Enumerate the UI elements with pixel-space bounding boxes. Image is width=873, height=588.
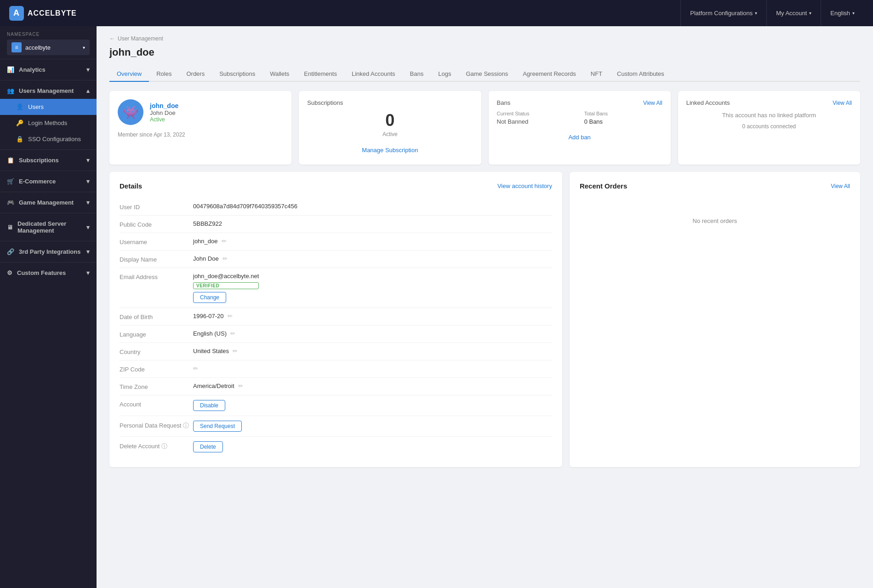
change-email-button[interactable]: Change (193, 292, 226, 303)
user-card: 👾 john_doe John Doe Active Member since … (109, 91, 291, 165)
sidebar: NAMESPACE ≡ accelbyte ▾ 📊 Analytics ▾ 👥 … (0, 26, 97, 588)
avatar: 👾 (118, 99, 143, 125)
detail-value-dob: 1996-07-20 ✏ (193, 313, 552, 320)
edit-country-icon[interactable]: ✏ (233, 348, 238, 354)
user-display-name: John Doe (150, 109, 178, 116)
sidebar-item-custom-features[interactable]: ⚙ Custom Features ▾ (0, 265, 97, 281)
game-management-chevron-icon: ▾ (86, 199, 90, 206)
analytics-chevron-icon: ▾ (86, 66, 90, 73)
bans-row: Current Status Not Banned Total Bans 0 B… (497, 111, 662, 125)
breadcrumb-parent: User Management (118, 35, 163, 42)
sidebar-item-users-management[interactable]: 👥 Users Management ▴ (0, 83, 97, 99)
sidebar-subscriptions-section: 📋 Subscriptions ▾ (0, 149, 97, 171)
third-party-chevron-icon: ▾ (86, 248, 90, 255)
tab-orders[interactable]: Orders (179, 67, 212, 82)
detail-value-public-code: 5BBBZ922 (193, 220, 552, 227)
tab-entitlements[interactable]: Entitlements (297, 67, 344, 82)
custom-features-chevron-icon: ▾ (86, 269, 90, 276)
detail-label-username: Username (120, 238, 193, 245)
view-account-history-link[interactable]: View account history (497, 183, 552, 189)
chevron-down-icon: ▾ (852, 11, 855, 16)
tab-roles[interactable]: Roles (149, 67, 179, 82)
personal-data-info-icon: ⓘ (183, 422, 189, 429)
users-icon: 👤 (16, 103, 23, 110)
bans-card-title: Bans (497, 99, 511, 106)
delete-account-button[interactable]: Delete (193, 441, 223, 452)
bans-total-col: Total Bans 0 Bans (584, 111, 662, 125)
edit-timezone-icon[interactable]: ✏ (238, 382, 243, 389)
sidebar-game-management-section: 🎮 Game Management ▾ (0, 192, 97, 213)
detail-label-dob: Date of Birth (120, 313, 193, 320)
recent-orders-card: Recent Orders View All No recent orders (570, 172, 860, 467)
sidebar-item-sso-configurations[interactable]: 🔒 SSO Configurations (0, 131, 97, 147)
detail-label-public-code: Public Code (120, 220, 193, 228)
no-orders-text: No recent orders (580, 217, 850, 224)
sidebar-item-third-party[interactable]: 🔗 3rd Party Integrations ▾ (0, 244, 97, 260)
logo-text: ACCELBYTE (28, 9, 77, 17)
dedicated-server-icon: 🖥 (7, 224, 13, 231)
custom-features-icon: ⚙ (7, 269, 12, 276)
tab-linked-accounts[interactable]: Linked Accounts (344, 67, 403, 82)
linked-accounts-empty-text: This account has no linked platform (686, 112, 852, 119)
namespace-selector[interactable]: ≡ accelbyte ▾ (7, 40, 90, 55)
bans-view-all-link[interactable]: View All (643, 100, 662, 106)
sidebar-item-game-management[interactable]: 🎮 Game Management ▾ (0, 194, 97, 211)
tabs: Overview Roles Orders Subscriptions Wall… (109, 67, 860, 82)
detail-value-user-id: 00479608a7d84d709f7640359357c456 (193, 203, 552, 210)
user-info-row: 👾 john_doe John Doe Active (118, 99, 283, 125)
send-request-button[interactable]: Send Request (193, 421, 242, 432)
tab-subscriptions[interactable]: Subscriptions (212, 67, 262, 82)
detail-value-account: Disable (193, 400, 552, 411)
accounts-connected: 0 accounts connected (686, 123, 852, 130)
recent-orders-view-all-link[interactable]: View All (831, 183, 850, 189)
back-arrow-icon: ← (109, 35, 115, 42)
detail-value-email: john_doe@accelbyte.net VERIFIED Change (193, 273, 552, 303)
detail-row-display-name: Display Name John Doe ✏ (120, 251, 552, 268)
edit-zip-icon[interactable]: ✏ (193, 365, 198, 372)
detail-row-user-id: User ID 00479608a7d84d709f7640359357c456 (120, 198, 552, 216)
edit-dob-icon[interactable]: ✏ (228, 313, 233, 320)
tab-game-sessions[interactable]: Game Sessions (458, 67, 515, 82)
sidebar-item-ecommerce[interactable]: 🛒 E-Commerce ▾ (0, 173, 97, 189)
platform-configurations-menu[interactable]: Platform Configurations ▾ (680, 0, 766, 26)
content: ← User Management john_doe Overview Role… (97, 26, 873, 588)
sidebar-item-dedicated-server[interactable]: 🖥 Dedicated Server Management ▾ (0, 216, 97, 239)
sidebar-item-login-methods[interactable]: 🔑 Login Methods (0, 115, 97, 131)
sidebar-dedicated-server-section: 🖥 Dedicated Server Management ▾ (0, 213, 97, 241)
ecommerce-icon: 🛒 (7, 178, 14, 185)
edit-language-icon[interactable]: ✏ (230, 330, 235, 337)
detail-label-user-id: User ID (120, 203, 193, 211)
member-since: Member since Apr 13, 2022 (118, 131, 283, 138)
tab-wallets[interactable]: Wallets (262, 67, 297, 82)
disable-account-button[interactable]: Disable (193, 400, 225, 411)
tab-custom-attributes[interactable]: Custom Attributes (610, 67, 672, 82)
language-menu[interactable]: English ▾ (821, 0, 864, 26)
logo-icon: A (9, 6, 24, 21)
sidebar-users-management-section: 👥 Users Management ▴ 👤 Users 🔑 Login Met… (0, 80, 97, 149)
bans-card: Bans View All Current Status Not Banned … (489, 91, 671, 165)
my-account-menu[interactable]: My Account ▾ (766, 0, 821, 26)
subscriptions-count-label: Active (307, 131, 473, 137)
edit-username-icon[interactable]: ✏ (222, 238, 227, 245)
edit-display-name-icon[interactable]: ✏ (223, 255, 228, 262)
tab-nft[interactable]: NFT (583, 67, 610, 82)
subscriptions-card: Subscriptions 0 Active Manage Subscripti… (299, 91, 481, 165)
tab-bans[interactable]: Bans (403, 67, 431, 82)
tab-agreement-records[interactable]: Agreement Records (515, 67, 583, 82)
detail-value-username: john_doe ✏ (193, 238, 552, 245)
add-ban-button[interactable]: Add ban (497, 131, 662, 143)
tab-overview[interactable]: Overview (109, 67, 149, 82)
analytics-icon: 📊 (7, 66, 14, 73)
ecommerce-chevron-icon: ▾ (86, 178, 90, 185)
detail-value-zip: ✏ (193, 365, 552, 372)
breadcrumb[interactable]: ← User Management (109, 35, 860, 42)
sidebar-item-subscriptions[interactable]: 📋 Subscriptions ▾ (0, 152, 97, 168)
linked-accounts-view-all-link[interactable]: View All (833, 100, 852, 106)
manage-subscription-button[interactable]: Manage Subscription (307, 144, 473, 156)
detail-row-language: Language English (US) ✏ (120, 325, 552, 343)
tab-logs[interactable]: Logs (431, 67, 458, 82)
sidebar-item-users[interactable]: 👤 Users (0, 99, 97, 115)
sidebar-item-analytics[interactable]: 📊 Analytics ▾ (0, 62, 97, 78)
detail-value-personal-data: Send Request (193, 421, 552, 432)
detail-row-delete-account: Delete Account ⓘ Delete (120, 437, 552, 457)
